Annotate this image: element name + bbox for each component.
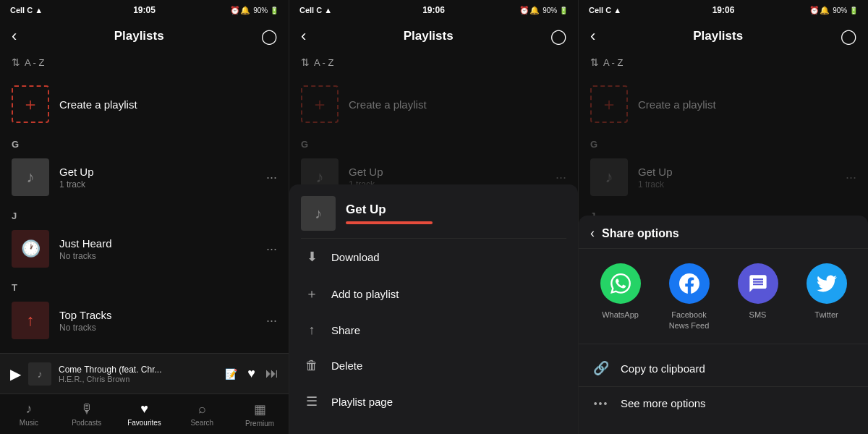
sort-bar-1: ⇅ A - Z [0,52,289,72]
back-button-2[interactable]: ‹ [301,27,306,46]
share-apps-row: WhatsApp Facebook News Feed SMS [579,249,868,338]
more-options-icon: ••• [593,398,609,409]
list-item[interactable]: 🕐 Just Heard No tracks ··· [0,224,289,273]
list-item[interactable]: ↑ Top Tracks No tracks ··· [0,296,289,345]
share-twitter[interactable]: Twitter [801,263,852,331]
facebook-label: Facebook News Feed [664,310,715,331]
more-options-label: See more options [621,397,706,409]
create-plus-box-2: ＋ [301,85,339,123]
playlist-art-getup: ♪ [12,158,49,196]
play-button[interactable]: ▶ [10,365,21,383]
list-item[interactable]: ♪ Get Up 1 track ··· [0,153,289,202]
time-3: 19:06 [712,5,735,15]
section-t-1: T [0,273,289,296]
back-button-3[interactable]: ‹ [590,27,595,46]
sort-bar-3: ⇅ A - Z [579,52,868,72]
playlist-name-2: Get Up [349,166,545,178]
tab-search[interactable]: ⌕ Search [173,401,231,427]
plus-icon-2: ＋ [311,95,328,113]
menu-delete[interactable]: 🗑 Delete [289,348,578,383]
sms-icon [738,263,778,304]
more-icon[interactable]: ··· [266,242,277,257]
nav-title-2: Playlists [404,29,454,43]
heart-icon[interactable]: ♥ [247,366,255,381]
plus-icon: ＋ [22,95,39,113]
panel-1: Cell C ▲ 19:05 ⏰🔔90% 🔋 ‹ Playlists ◯ ⇅ A… [0,0,289,434]
more-icon-3[interactable]: ··· [846,170,856,185]
section-g-2: G [289,130,578,153]
search-button-1[interactable]: ◯ [261,27,277,45]
search-button-2[interactable]: ◯ [550,27,566,45]
playlist-page-label: Playlist page [331,396,393,408]
add-playlist-label: Add to playlist [331,288,399,300]
list-item[interactable]: ♪ Get Up 1 track ··· [579,153,868,202]
battery-2: ⏰🔔90% 🔋 [519,6,568,15]
panel-3: Cell C ▲ 19:06 ⏰🔔90% 🔋 ‹ Playlists ◯ ⇅ A… [579,0,868,434]
copy-to-clipboard-row[interactable]: 🔗 Copy to clipboard [579,350,868,386]
battery-1: ⏰🔔90% 🔋 [230,6,278,15]
search-button-3[interactable]: ◯ [841,27,856,45]
time-1: 19:05 [133,5,156,15]
tab-podcasts[interactable]: 🎙 Podcasts [58,401,116,427]
nav-title-1: Playlists [114,29,164,43]
plus-icon-3: ＋ [600,95,618,113]
create-playlist-label-2: Create a playlist [349,98,427,111]
search-tab-label: Search [190,419,213,427]
menu-share[interactable]: ↑ Share [289,312,578,348]
share-label: Share [331,324,360,336]
tab-premium[interactable]: ▦ Premium [231,401,289,427]
premium-tab-label: Premium [245,420,274,427]
tab-favourites[interactable]: ♥ Favourites [116,401,174,427]
carrier-1: Cell C ▲ [10,6,43,14]
share-whatsapp[interactable]: WhatsApp [595,263,646,331]
tab-music[interactable]: ♪ Music [0,401,58,427]
sheet-header: ♪ Get Up [289,184,578,238]
create-plus-box: ＋ [12,85,49,123]
clipboard-label: Copy to clipboard [621,362,705,375]
playlist-name: Get Up [59,166,256,178]
nav-header-1: ‹ Playlists ◯ [0,20,289,52]
share-sms[interactable]: SMS [733,263,783,331]
menu-download[interactable]: ⬇ Download [289,239,578,275]
sms-label: SMS [749,310,767,320]
playlist-info-getup: Get Up 1 track [59,166,256,190]
premium-tab-icon: ▦ [254,401,266,417]
more-icon[interactable]: ··· [266,313,277,328]
more-icon-2[interactable]: ··· [556,170,566,185]
download-icon: ⬇ [304,249,320,265]
see-more-options-row[interactable]: ••• See more options [579,387,868,420]
create-playlist-row-2[interactable]: ＋ Create a playlist [289,78,578,130]
twitter-label: Twitter [814,310,838,320]
carrier-2: Cell C ▲ [299,6,332,14]
back-button-1[interactable]: ‹ [12,27,17,46]
playlist-art-getup-3: ♪ [590,158,628,196]
sheet-progress-bar [346,221,433,224]
np-actions: 📝 ♥ ⏭ [225,366,278,381]
share-header: ‹ Share options [579,216,868,249]
sort-label-2: A - Z [314,57,333,68]
music-tab-icon: ♪ [25,401,32,417]
sort-label-1: A - Z [25,57,44,68]
bottom-tabs-1: ♪ Music 🎙 Podcasts ♥ Favourites ⌕ Search… [0,393,289,434]
skip-icon[interactable]: ⏭ [265,366,278,381]
section-g-3: G [579,130,868,153]
facebook-icon [669,263,710,304]
playlist-art-justheard: 🕐 [12,230,49,268]
track-info: Come Through (feat. Chr... H.E.R., Chris… [59,365,218,383]
playlist-name: Just Heard [59,237,256,250]
share-title: Share options [602,227,679,240]
lyrics-icon[interactable]: 📝 [225,368,237,380]
playlist-info-toptracks: Top Tracks No tracks [59,309,256,333]
playlist-art-toptracks: ↑ [12,302,49,339]
menu-add-to-playlist[interactable]: ＋ Add to playlist [289,275,578,312]
more-icon[interactable]: ··· [266,170,277,185]
playlist-name-3: Get Up [638,166,835,178]
playlist-info-justheard: Just Heard No tracks [59,237,256,261]
now-playing-bar: ▶ ♪ Come Through (feat. Chr... H.E.R., C… [0,353,289,393]
create-playlist-row-3[interactable]: ＋ Create a playlist [579,78,868,130]
share-facebook[interactable]: Facebook News Feed [664,263,715,331]
menu-playlist-page[interactable]: ☰ Playlist page [289,383,578,420]
share-back-button[interactable]: ‹ [590,226,595,241]
create-playlist-row[interactable]: ＋ Create a playlist [0,78,289,130]
clipboard-icon: 🔗 [593,360,609,376]
